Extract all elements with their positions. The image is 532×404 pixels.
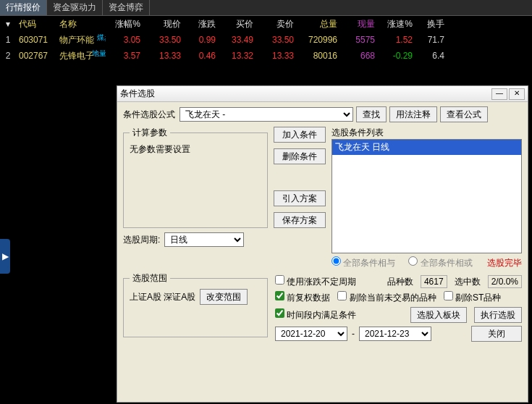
view-formula-button[interactable]: 查看公式 (440, 106, 488, 122)
col-now[interactable]: 现价 (143, 18, 184, 30)
save-plan-button[interactable]: 保存方案 (274, 212, 326, 228)
find-button[interactable]: 查找 (356, 106, 387, 122)
params-legend: 计算参数 (130, 127, 170, 139)
col-turn[interactable]: 换手 (415, 18, 447, 30)
chk-time-range[interactable]: 时间段内满足条件 (275, 308, 356, 321)
dialog-titlebar[interactable]: 条件选股 — ✕ (117, 86, 528, 102)
cell-code: 002767 (16, 51, 56, 61)
cell-code: 603071 (16, 35, 56, 45)
period-label: 选股周期: (123, 234, 160, 246)
col-spd[interactable]: 涨速% (378, 18, 415, 30)
cell-name: 物产环能煤炭概念 (56, 34, 106, 46)
formula-label: 条件选股公式 (123, 109, 175, 121)
radio-or[interactable]: 全部条件相或 (408, 256, 472, 269)
col-sell[interactable]: 卖价 (256, 18, 297, 30)
usage-button[interactable]: 用法注释 (389, 106, 437, 122)
cell-vol: 80016 (297, 51, 340, 61)
col-vol[interactable]: 总量 (297, 18, 340, 30)
selection-done-label: 选股完毕 (487, 257, 522, 269)
cell-spd: 1.52 (378, 35, 415, 45)
period-combo[interactable]: 日线 (164, 232, 244, 247)
scope-legend: 选股范围 (130, 272, 170, 285)
col-chg[interactable]: 涨跌 (184, 18, 219, 30)
date-to-combo[interactable]: 2021-12-23 (359, 327, 431, 341)
condition-listbox[interactable]: 飞龙在天 日线 (332, 139, 522, 253)
count-label: 品种数 (387, 276, 413, 288)
sort-icon[interactable]: ▾ (0, 19, 16, 29)
top-tabs: 行情报价 资金驱动力 资金博弈 (0, 0, 532, 16)
change-scope-button[interactable]: 改变范围 (200, 289, 248, 305)
col-cur[interactable]: 现量 (340, 18, 378, 30)
params-fieldset: 计算参数 无参数需要设置 (123, 127, 268, 228)
count-value: 4617 (421, 275, 447, 288)
hit-label: 选中数 (455, 276, 481, 288)
cell-buy: 33.49 (219, 35, 256, 45)
condition-list-legend: 选股条件列表 (332, 127, 522, 139)
table-header: ▾ 代码 名称 涨幅% 现价 涨跌 买价 卖价 总量 现量 涨速% 换手 (0, 16, 532, 32)
radio-and[interactable]: 全部条件相与 (332, 256, 395, 269)
add-condition-button[interactable]: 加入条件 (274, 127, 326, 143)
cell-sell: 33.50 (256, 35, 297, 45)
col-name[interactable]: 名称 (56, 18, 106, 30)
stock-tag: 地量比615 (92, 50, 106, 59)
chk-excl-notrade[interactable]: 剔除当前未交易的品种 (337, 291, 436, 304)
cell-now: 13.33 (143, 51, 184, 61)
col-pct[interactable]: 涨幅% (106, 18, 143, 30)
tab-funds-drive[interactable]: 资金驱动力 (47, 0, 103, 15)
list-item[interactable]: 飞龙在天 日线 (332, 140, 521, 155)
date-from-combo[interactable]: 2021-12-20 (275, 327, 347, 341)
cell-turn: 71.7 (415, 35, 447, 45)
scope-text: 上证A股 深证A股 (130, 291, 195, 303)
left-expand-handle[interactable]: ▶ (0, 239, 10, 274)
params-none-text: 无参数需要设置 (130, 143, 261, 156)
chk-adj[interactable]: 前复权数据 (275, 291, 330, 304)
chk-excl-st[interactable]: 剔除ST品种 (444, 291, 502, 304)
cell-pct: 3.05 (106, 35, 143, 45)
tab-quote[interactable]: 行情报价 (0, 0, 47, 15)
cell-vol: 720996 (297, 35, 340, 45)
formula-combo[interactable]: 飞龙在天 - (180, 107, 353, 122)
close-x-button[interactable]: ✕ (509, 88, 525, 100)
cell-spd: -0.29 (378, 51, 415, 61)
cell-chg: 0.99 (184, 35, 219, 45)
execute-button[interactable]: 执行选股 (474, 307, 522, 323)
cell-cur: 5575 (340, 35, 378, 45)
close-button[interactable]: 关闭 (471, 326, 522, 342)
cell-name: 先锋电子地量比615 (56, 50, 106, 62)
col-buy[interactable]: 买价 (219, 18, 256, 30)
to-block-button[interactable]: 选股入板块 (410, 307, 467, 323)
cell-now: 33.50 (143, 35, 184, 45)
date-sep: - (352, 329, 355, 339)
cell-pct: 3.57 (106, 51, 143, 61)
dialog-title: 条件选股 (120, 88, 490, 100)
chk-undef-period[interactable]: 使用涨跌不定周期 (275, 275, 356, 288)
delete-condition-button[interactable]: 删除条件 (274, 148, 326, 164)
table-row[interactable]: 2002767先锋电子地量比6153.5713.330.4613.3213.33… (0, 48, 532, 64)
condition-stock-dialog: 条件选股 — ✕ 条件选股公式 飞龙在天 - 查找 用法注释 查看公式 计算参数… (117, 85, 528, 403)
cell-sell: 13.33 (256, 51, 297, 61)
scope-fieldset: 选股范围 上证A股 深证A股 改变范围 (123, 272, 268, 337)
cell-turn: 6.4 (415, 51, 447, 61)
cell-cur: 668 (340, 51, 378, 61)
hit-value: 2/0.0% (488, 275, 522, 288)
stock-tag: 煤炭概念 (97, 34, 106, 43)
col-code[interactable]: 代码 (16, 18, 56, 30)
import-plan-button[interactable]: 引入方案 (274, 190, 326, 206)
tab-funds-game[interactable]: 资金博弈 (103, 0, 150, 15)
table-row[interactable]: 1603071物产环能煤炭概念3.0533.500.9933.4933.5072… (0, 32, 532, 48)
minimize-button[interactable]: — (491, 88, 507, 100)
cell-buy: 13.32 (219, 51, 256, 61)
cell-chg: 0.46 (184, 51, 219, 61)
